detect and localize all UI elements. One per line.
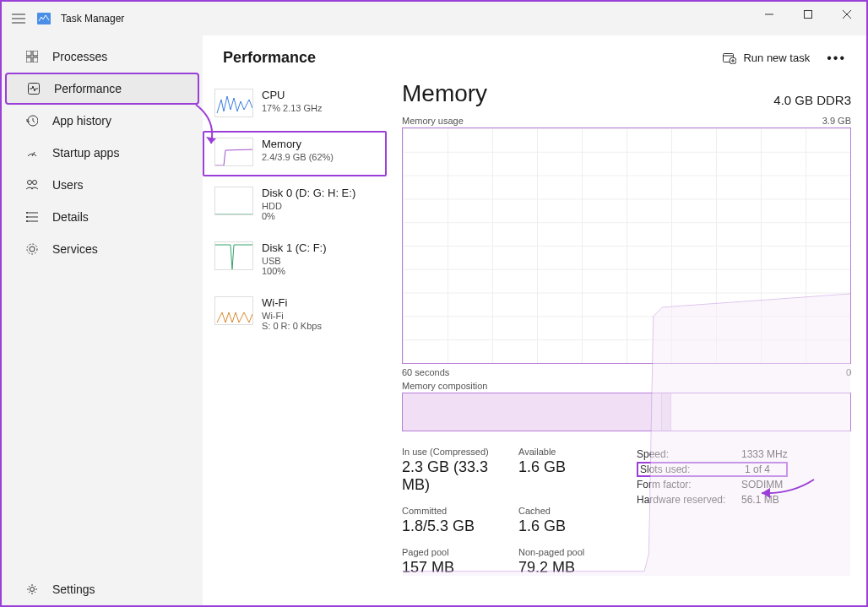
sidebar-item-app-history[interactable]: App history — [5, 105, 199, 137]
list-icon — [25, 210, 39, 224]
history-icon — [25, 114, 39, 127]
perf-thumb-disk0 — [214, 187, 253, 215]
chart-label-right: 3.9 GB — [822, 116, 851, 126]
svg-point-21 — [26, 216, 28, 218]
hamburger-menu-button[interactable] — [2, 14, 35, 24]
perf-stat: 2.4/3.9 GB (62%) — [262, 152, 334, 162]
perf-card-cpu[interactable]: CPU 17% 2.13 GHz — [203, 82, 387, 127]
perf-card-memory[interactable]: Memory 2.4/3.9 GB (62%) — [203, 131, 387, 176]
perf-thumb-memory — [214, 138, 253, 166]
sidebar-item-startup-apps[interactable]: Startup apps — [5, 137, 199, 169]
perf-thumb-cpu — [214, 89, 253, 117]
content-area: Performance Run new task ••• — [203, 35, 866, 605]
page-title: Performance — [223, 49, 316, 67]
settings-icon — [25, 583, 39, 596]
sidebar-item-performance[interactable]: Performance — [5, 73, 199, 105]
gauge-icon — [25, 146, 39, 160]
minimize-button[interactable] — [750, 2, 789, 27]
svg-rect-5 — [805, 11, 812, 19]
memory-usage-chart — [402, 127, 851, 364]
gear-icon — [25, 242, 39, 256]
sidebar-item-services[interactable]: Services — [5, 233, 199, 265]
svg-point-20 — [26, 212, 28, 214]
perf-stat: USB — [262, 256, 327, 266]
sidebar-item-details[interactable]: Details — [5, 201, 199, 233]
sidebar-item-users[interactable]: Users — [5, 169, 199, 201]
detail-title: Memory — [402, 80, 487, 107]
pulse-icon — [27, 82, 41, 95]
sidebar-item-settings[interactable]: Settings — [5, 573, 199, 605]
users-icon — [25, 178, 39, 192]
sidebar-item-label: Performance — [54, 82, 122, 95]
svg-point-23 — [30, 247, 35, 252]
perf-thumb-wifi — [214, 296, 253, 325]
svg-point-15 — [28, 181, 32, 185]
perf-name: CPU — [262, 89, 323, 101]
svg-rect-11 — [33, 57, 38, 62]
maximize-button[interactable] — [789, 2, 827, 27]
perf-card-disk1[interactable]: Disk 1 (C: F:) USB 100% — [203, 235, 387, 286]
svg-rect-8 — [26, 51, 31, 56]
sidebar-item-label: App history — [52, 114, 111, 127]
titlebar: Task Manager — [2, 2, 866, 35]
perf-name: Wi-Fi — [262, 296, 322, 309]
sidebar-item-label: Services — [52, 242, 98, 256]
perf-stat: Wi-Fi — [262, 311, 322, 321]
hamburger-icon — [12, 14, 25, 24]
chart-label-left: Memory usage — [402, 116, 464, 126]
perf-name: Disk 0 (D: G: H: E:) — [262, 187, 355, 199]
window-title: Task Manager — [61, 13, 124, 24]
perf-stat2: 100% — [262, 266, 327, 276]
svg-point-25 — [30, 588, 35, 592]
perf-card-disk0[interactable]: Disk 0 (D: G: H: E:) HDD 0% — [203, 180, 387, 231]
sidebar-item-label: Users — [52, 178, 84, 192]
close-button[interactable] — [827, 2, 866, 27]
app-icon — [35, 13, 52, 24]
perf-name: Disk 1 (C: F:) — [262, 241, 327, 254]
sidebar-item-processes[interactable]: Processes — [5, 41, 199, 73]
grid-icon — [25, 50, 39, 63]
perf-thumb-disk1 — [214, 241, 253, 270]
svg-point-16 — [33, 181, 37, 185]
sidebar: Processes Performance App history Startu… — [2, 35, 203, 605]
more-options-button[interactable]: ••• — [827, 51, 846, 66]
svg-rect-9 — [33, 51, 38, 56]
run-task-label: Run new task — [743, 51, 810, 64]
sidebar-item-label: Startup apps — [52, 146, 119, 160]
perf-stat2: 0% — [262, 211, 355, 221]
detail-capacity: 4.0 GB DDR3 — [773, 93, 851, 107]
perf-stat: 17% 2.13 GHz — [262, 103, 323, 113]
run-task-icon — [723, 52, 736, 64]
sidebar-item-label: Processes — [52, 50, 107, 63]
perf-stat2: S: 0 R: 0 Kbps — [262, 321, 322, 331]
perf-name: Memory — [262, 138, 334, 150]
perf-stat: HDD — [262, 201, 355, 211]
sidebar-item-label: Settings — [52, 583, 95, 596]
svg-point-22 — [26, 220, 28, 222]
sidebar-item-label: Details — [52, 210, 89, 224]
perf-resource-list: CPU 17% 2.13 GHz Memory 2.4/3.9 GB (62%) — [203, 75, 387, 605]
svg-rect-10 — [26, 57, 31, 62]
run-new-task-button[interactable]: Run new task — [723, 51, 810, 64]
svg-point-24 — [27, 244, 37, 254]
perf-card-wifi[interactable]: Wi-Fi Wi-Fi S: 0 R: 0 Kbps — [203, 290, 387, 341]
perf-detail-panel: Memory 4.0 GB DDR3 Memory usage 3.9 GB 6… — [387, 75, 866, 605]
